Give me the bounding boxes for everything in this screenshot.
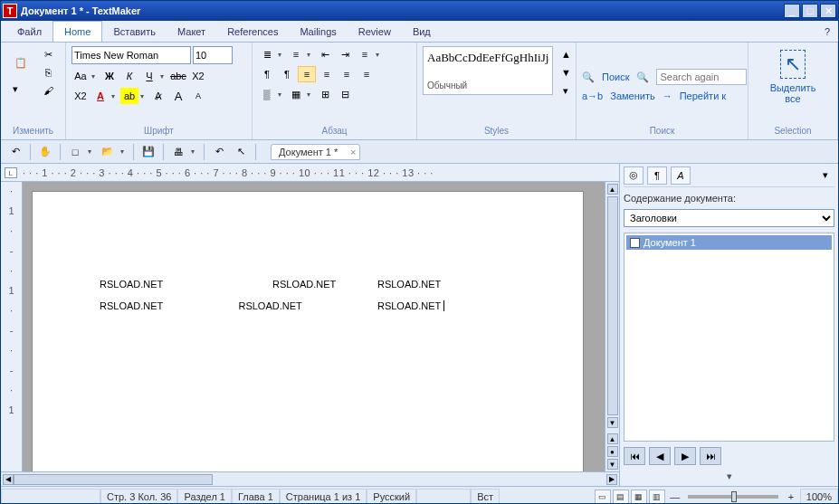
qat-undo2[interactable]: ↶ — [210, 144, 228, 160]
outline-tree[interactable]: Документ 1 — [624, 233, 834, 442]
tab-layout[interactable]: Макет — [167, 21, 216, 42]
font-name-combo[interactable] — [72, 46, 191, 64]
font-color-dd[interactable]: ▾ — [111, 92, 119, 100]
select-all-button[interactable]: ↖ Выделить все — [763, 46, 824, 124]
font-color-button[interactable]: A — [91, 88, 110, 104]
tab-review[interactable]: Review — [348, 21, 402, 42]
status-section[interactable]: Раздел 1 — [177, 489, 232, 505]
style-scroll-down[interactable]: ▼ — [557, 64, 575, 81]
tab-home[interactable]: Home — [52, 21, 102, 42]
style-expand[interactable]: ▾ — [557, 82, 575, 99]
ruler-corner[interactable]: L — [5, 167, 17, 178]
sp-para-style-button[interactable]: ¶ — [647, 166, 667, 185]
vertical-scrollbar[interactable]: ▲ ▼ ▲ ● ▼ — [605, 182, 619, 471]
tab-view[interactable]: Вид — [402, 21, 442, 42]
paste-button[interactable]: 📋 — [6, 46, 35, 79]
qat-open-dd[interactable]: ▾ — [120, 147, 128, 156]
vertical-ruler[interactable]: ·1·-·1·-·-·1 — [1, 182, 23, 471]
tab-insert[interactable]: Вставить — [102, 21, 167, 42]
qat-hand[interactable]: ✋ — [36, 144, 54, 160]
document-page[interactable]: RSLOAD.NET RSLOAD.NET RSLOAD.NET RSLOAD.… — [32, 191, 584, 471]
page-viewport[interactable]: RSLOAD.NET RSLOAD.NET RSLOAD.NET RSLOAD.… — [23, 182, 605, 471]
format-painter-button[interactable]: 🖌 — [39, 82, 57, 99]
sp-menu-button[interactable]: ▾ — [816, 167, 834, 184]
cell[interactable]: RSLOAD.NET — [234, 273, 373, 295]
show-marks-button[interactable]: ¶ — [278, 66, 296, 82]
horizontal-ruler[interactable]: L · · · 1 · · · 2 · · · 3 · · · 4 · · · … — [1, 164, 619, 182]
replace-button[interactable]: Заменить — [610, 90, 654, 101]
highlight-button[interactable]: ab — [120, 88, 138, 104]
zoom-in[interactable]: + — [782, 489, 800, 505]
char-format-button[interactable]: Aa — [72, 68, 90, 84]
scroll-thumb-v[interactable] — [607, 196, 618, 415]
status-page[interactable]: Страница 1 из 1 — [280, 489, 367, 505]
scroll-right[interactable]: ▶ — [606, 474, 617, 485]
italic-button[interactable]: К — [120, 68, 138, 84]
strike-button[interactable]: abc — [169, 68, 187, 84]
shading-dd[interactable]: ▾ — [278, 90, 285, 99]
numbering-dd[interactable]: ▾ — [307, 51, 314, 59]
clear-format-button[interactable]: A̷ — [149, 88, 167, 104]
underline-button[interactable]: Ч — [140, 68, 158, 84]
scroll-up[interactable]: ▲ — [607, 184, 618, 195]
cell[interactable]: RSLOAD.NET — [374, 273, 520, 295]
view-web[interactable]: ▦ — [631, 490, 647, 504]
help-button[interactable]: ? — [816, 21, 838, 42]
style-gallery[interactable]: AaBbCcDdEeFfGgHhIiJj Обычный — [423, 46, 553, 95]
document-tab[interactable]: Документ 1 * × — [271, 144, 360, 160]
tree-item[interactable]: Документ 1 — [626, 235, 832, 250]
qat-pointer[interactable]: ↖ — [232, 144, 250, 160]
qat-print[interactable]: 🖶 — [169, 144, 187, 160]
cell[interactable]: RSLOAD.NET — [96, 295, 234, 317]
close-button[interactable]: ✕ — [820, 4, 836, 18]
browse-object-button[interactable]: ● — [607, 446, 618, 457]
nav-last[interactable]: ⏭ — [700, 447, 721, 465]
next-page-button[interactable]: ▼ — [607, 459, 618, 470]
status-chapter[interactable]: Глава 1 — [232, 489, 280, 505]
char-format-dd[interactable]: ▾ — [91, 72, 99, 81]
document-tab-close[interactable]: × — [350, 147, 356, 157]
view-outline[interactable]: ▤ — [613, 490, 629, 504]
align-justify-button[interactable]: ≡ — [358, 66, 376, 82]
outdent-button[interactable]: ⇤ — [316, 46, 334, 62]
borders-button[interactable]: ▦ — [287, 86, 305, 102]
find-button[interactable]: Поиск — [602, 71, 629, 82]
scroll-thumb-h[interactable] — [14, 474, 213, 485]
scroll-left[interactable]: ◀ — [3, 474, 14, 485]
status-position[interactable]: Стр. 3 Кол. 36 — [100, 489, 177, 505]
qat-new-dd[interactable]: ▾ — [88, 147, 95, 156]
qat-print-dd[interactable]: ▾ — [191, 147, 198, 156]
align-left-button[interactable]: ≡ — [298, 66, 316, 82]
sp-collapse[interactable]: ▾ — [624, 471, 834, 482]
bullets-button[interactable]: ≣ — [258, 46, 276, 62]
prev-page-button[interactable]: ▲ — [607, 433, 618, 444]
bold-button[interactable]: Ж — [100, 68, 119, 84]
copy-button[interactable]: ⎘ — [39, 64, 57, 81]
search-again-input[interactable] — [656, 69, 747, 85]
view-normal[interactable]: ▭ — [595, 490, 611, 504]
sp-select[interactable]: Заголовки — [624, 209, 834, 227]
zoom-out[interactable]: — — [666, 489, 684, 505]
nav-first[interactable]: ⏮ — [624, 447, 645, 465]
zoom-value[interactable]: 100% — [800, 489, 838, 505]
scroll-down[interactable]: ▼ — [607, 417, 618, 428]
maximize-button[interactable]: □ — [802, 4, 818, 18]
sort-button[interactable]: ⊟ — [336, 86, 354, 102]
cell[interactable]: RSLOAD.NET — [234, 295, 373, 317]
style-scroll-up[interactable]: ▲ — [557, 46, 575, 62]
sp-char-style-button[interactable]: A — [671, 166, 691, 185]
tab-file[interactable]: Файл — [6, 21, 52, 42]
line-spacing-button[interactable]: ≡ — [356, 46, 374, 62]
qat-new[interactable]: □ — [66, 144, 84, 160]
spacing-dd[interactable]: ▾ — [376, 51, 383, 59]
nav-prev[interactable]: ◀ — [649, 447, 671, 465]
tab-references[interactable]: References — [216, 21, 289, 42]
superscript-button[interactable]: X2 — [72, 88, 90, 104]
grow-font-button[interactable]: A — [169, 88, 187, 104]
cell[interactable]: RSLOAD.NET — [96, 273, 234, 295]
qat-save[interactable]: 💾 — [139, 144, 157, 160]
indent-button[interactable]: ⇥ — [336, 46, 354, 62]
zoom-knob[interactable] — [731, 491, 737, 502]
status-language[interactable]: Русский — [367, 489, 416, 505]
align-right-button[interactable]: ≡ — [338, 66, 356, 82]
